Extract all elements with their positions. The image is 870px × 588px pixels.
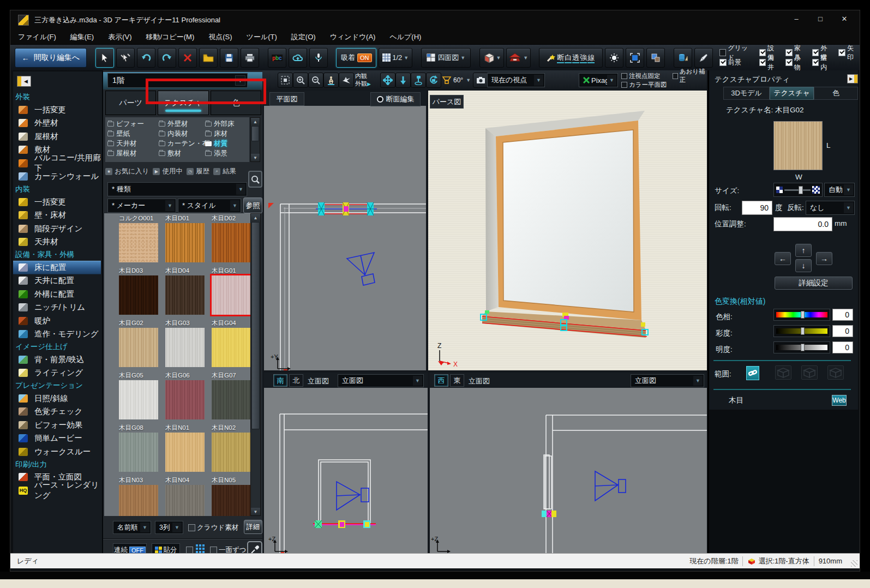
- detail-settings-button[interactable]: 詳細設定: [775, 277, 853, 290]
- east-direction-button[interactable]: 東: [450, 374, 464, 387]
- lightness-slider[interactable]: [773, 341, 830, 353]
- sidebar-item-外壁材[interactable]: 外壁材: [13, 117, 101, 130]
- pixage-select[interactable]: Pixage▼: [579, 73, 618, 87]
- properties-tab-3Dモデル[interactable]: 3Dモデル: [723, 87, 770, 100]
- resize-grip[interactable]: [851, 560, 857, 567]
- scroll-up-icon[interactable]: ▲: [251, 118, 260, 125]
- brightness-button[interactable]: [605, 48, 623, 68]
- sidebar-item-ニッチ/トリム[interactable]: ニッチ/トリム: [13, 301, 101, 315]
- camera-height-button[interactable]: [411, 73, 426, 88]
- hue-input[interactable]: 0: [832, 309, 853, 321]
- category-カーテン・布[interactable]: カーテン・布: [159, 139, 209, 148]
- filter-tab-履歴[interactable]: ◷履歴: [187, 167, 209, 176]
- maximize-button[interactable]: □: [808, 10, 832, 27]
- rotation-input[interactable]: 90: [742, 201, 772, 215]
- menu-item[interactable]: ツール(T): [247, 32, 277, 42]
- filter-tab-結果[interactable]: ⌕結果: [213, 167, 236, 176]
- menu-item[interactable]: 設定(O): [291, 32, 316, 42]
- menu-item[interactable]: 編集(E): [70, 32, 94, 42]
- roof-button[interactable]: ▼: [506, 48, 531, 68]
- category-ビフォー[interactable]: ビフォー: [107, 119, 144, 128]
- category-壁紙[interactable]: 壁紙: [107, 129, 130, 138]
- multi-select-tool-button[interactable]: [116, 48, 135, 68]
- back-to-floorplan-button[interactable]: ←間取り編集へ: [15, 48, 87, 68]
- microphone-button[interactable]: [309, 48, 328, 68]
- texture-swatch-木目N05[interactable]: [212, 485, 250, 516]
- apply-range-cube-button[interactable]: [801, 365, 818, 380]
- west-elevation-select[interactable]: 立面図▼: [631, 374, 704, 387]
- menu-item[interactable]: ウィンドウ(A): [330, 32, 376, 42]
- category-scrollbar[interactable]: ▲ ▼: [250, 117, 260, 162]
- sidebar-item-パース・レンダリング[interactable]: HQパース・レンダリング: [13, 484, 101, 497]
- snap-toggle-button[interactable]: 吸着ON: [336, 48, 376, 68]
- display-toggle-グリッド[interactable]: グリッド: [719, 49, 754, 57]
- zoom-out-button[interactable]: [308, 73, 323, 88]
- scroll-down-icon[interactable]: ▼: [251, 154, 260, 161]
- plan-view-pane[interactable]: 平面図 断面編集: [264, 91, 426, 370]
- offset-input[interactable]: 0.0: [773, 217, 832, 231]
- sidebar-item-一括変更[interactable]: 一括変更: [13, 195, 101, 209]
- flip-select[interactable]: なし▼: [806, 201, 855, 215]
- line-display-button[interactable]: 断白透強線: [539, 48, 603, 68]
- menu-item[interactable]: 表示(V): [108, 32, 131, 42]
- scroll-up-icon[interactable]: ▲: [251, 214, 260, 221]
- measure-tool-button[interactable]: [694, 48, 713, 68]
- menu-item[interactable]: 視点(S): [208, 32, 232, 42]
- sidebar-item-ビフォー効果[interactable]: ビフォー効果: [13, 418, 101, 432]
- sidebar-item-屋根材[interactable]: 屋根材: [13, 130, 101, 143]
- display-toggle-矢印[interactable]: 矢印: [838, 49, 860, 57]
- saturation-input[interactable]: 0: [832, 325, 853, 337]
- north-direction-button[interactable]: 北: [289, 374, 303, 387]
- layer-view-button[interactable]: [646, 48, 665, 68]
- move-down-button[interactable]: [395, 73, 411, 88]
- category-内装材[interactable]: 内装材: [159, 129, 188, 138]
- texture-swatch-木目D01[interactable]: [165, 223, 205, 262]
- sidebar-item-バルコニー/共用廊下[interactable]: バルコニー/共用廊下: [13, 157, 101, 170]
- menu-item[interactable]: 移動/コピー(M): [146, 32, 195, 42]
- select-tool-button[interactable]: [95, 48, 114, 68]
- apply-range-cube-button[interactable]: [775, 365, 791, 380]
- texture-swatch-木目D04[interactable]: [165, 275, 205, 315]
- sidebar-item-外構に配置[interactable]: 外構に配置: [13, 287, 101, 301]
- sidebar-item-ライティング[interactable]: ライティング: [13, 367, 101, 380]
- texture-swatch-木目D03[interactable]: [119, 275, 158, 315]
- size-slider[interactable]: [773, 183, 823, 197]
- snapshot-button[interactable]: [473, 73, 488, 88]
- browse-button[interactable]: 参照: [243, 197, 262, 213]
- move-up-button[interactable]: ↑: [795, 244, 812, 257]
- move-down-button[interactable]: ↓: [795, 259, 812, 272]
- pbc-button[interactable]: pbc: [268, 48, 286, 68]
- print-button[interactable]: [241, 48, 259, 68]
- grid-scale-button[interactable]: 1/2▼: [379, 48, 412, 68]
- sidebar-item-造作・モデリング[interactable]: 造作・モデリング: [13, 328, 101, 341]
- texture-swatch-木目G06[interactable]: [165, 380, 205, 419]
- panel-collapse-button[interactable]: ▶: [847, 74, 858, 83]
- search-button[interactable]: [248, 171, 262, 188]
- sidebar-item-ウォークスルー[interactable]: ウォークスルー: [13, 445, 101, 459]
- category-外壁材[interactable]: 外壁材: [159, 119, 188, 128]
- sidebar-item-天井に配置[interactable]: 天井に配置: [13, 274, 101, 288]
- category-外部床[interactable]: 外部床: [205, 119, 235, 128]
- tilt-correct-checkbox[interactable]: あおり補正: [673, 71, 707, 80]
- category-敷材[interactable]: 敷材: [159, 149, 181, 158]
- texture-swatch-木目G02[interactable]: [119, 328, 158, 367]
- size-auto-select[interactable]: 自動▼: [824, 183, 855, 197]
- texture-grid-scrollbar[interactable]: ▲ ▼: [250, 213, 261, 516]
- texture-swatch-木目N01[interactable]: [165, 433, 205, 472]
- apply-range-cube-button[interactable]: [827, 365, 844, 380]
- detail-button[interactable]: 詳細: [244, 520, 262, 534]
- sidebar-item-天井材[interactable]: 天井材: [13, 236, 101, 249]
- view-angle-control[interactable]: 60°▼: [441, 73, 472, 88]
- zoom-in-button[interactable]: [293, 73, 308, 88]
- sidebar-item-階段デザイン[interactable]: 階段デザイン: [13, 222, 101, 236]
- sidebar-item-暖炉[interactable]: 暖炉: [13, 314, 101, 328]
- move-right-button[interactable]: →: [816, 252, 832, 265]
- south-direction-button[interactable]: 南: [273, 374, 287, 387]
- cloud-upload-button[interactable]: [289, 48, 307, 68]
- texture-swatch-木目D02[interactable]: [212, 223, 250, 262]
- minimize-button[interactable]: –: [784, 10, 808, 27]
- display-toggle-前景[interactable]: 前景: [719, 58, 754, 67]
- style-filter-select[interactable]: * スタイル▼: [178, 199, 241, 213]
- maker-filter-select[interactable]: * メーカー▼: [107, 199, 176, 213]
- sidebar-item-色覚チェック[interactable]: 色覚チェック: [13, 405, 101, 419]
